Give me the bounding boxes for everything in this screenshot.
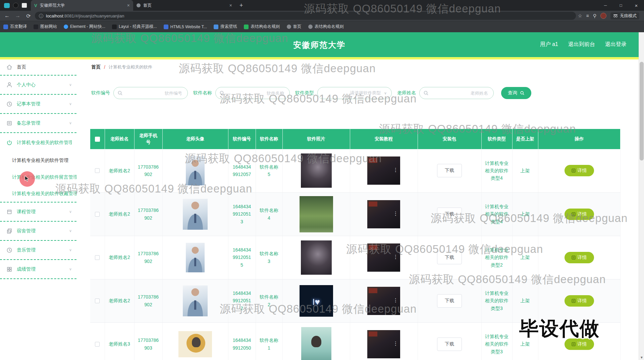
circle-app-icon[interactable] bbox=[13, 3, 18, 8]
package-cell: 下载 bbox=[418, 149, 481, 192]
main-content: 首页 / 计算机专业相关的软件 软件编号 软件名称 软件类型 请选择软件类型 ∨… bbox=[76, 59, 639, 360]
incognito-label: 无痕模式 bbox=[620, 13, 637, 19]
address-bar[interactable]: i localhost:8081/#/jisuanjizhuanyeruanji… bbox=[35, 12, 576, 20]
toolbar-right: ☆ ≡ ⚲ 无痕模式 bbox=[578, 12, 641, 19]
sidebar-item[interactable]: 首页 bbox=[0, 59, 76, 76]
sidebar-item[interactable]: 音乐管理∨ bbox=[0, 241, 76, 260]
software-type-select[interactable]: 请选择软件类型 ∨ bbox=[317, 87, 392, 99]
software-photo-cell bbox=[282, 192, 350, 236]
checkbox-cell bbox=[90, 322, 105, 360]
element-icon bbox=[64, 25, 68, 29]
bookmark-item[interactable]: Element - 网站快... bbox=[64, 24, 105, 30]
row-checkbox[interactable] bbox=[95, 212, 100, 217]
maximize-button[interactable]: □ bbox=[613, 3, 629, 8]
download-button[interactable]: 下载 bbox=[437, 208, 462, 221]
software-type-cell: 计算机专业相关的软件类型3 bbox=[481, 279, 512, 322]
select-all-checkbox[interactable] bbox=[95, 137, 100, 142]
software-code-cell: 164843499120513 bbox=[228, 192, 256, 236]
detail-button[interactable]: 详情 bbox=[565, 295, 594, 307]
folder-icon bbox=[34, 25, 38, 29]
globe-icon bbox=[287, 25, 291, 29]
forward-icon[interactable]: → bbox=[13, 13, 22, 19]
sidebar-subitem[interactable]: 计算机专业相关的软件管理 bbox=[0, 152, 76, 169]
row-checkbox[interactable] bbox=[95, 255, 100, 260]
software-photo-cell: I♥ bbox=[282, 279, 350, 322]
download-button[interactable]: 下载 bbox=[437, 338, 462, 351]
browser-tab-strip: V 安徽师范大学 × 首页 × + ─ □ × bbox=[0, 0, 644, 11]
notebook-icon bbox=[6, 101, 13, 107]
profile-avatar[interactable] bbox=[600, 13, 606, 19]
bookmark-item[interactable]: 首页 bbox=[287, 24, 302, 30]
row-checkbox[interactable] bbox=[95, 168, 100, 173]
bookmark-item[interactable]: Layui - 经典开源模... bbox=[112, 24, 157, 30]
bookmark-star-icon[interactable]: ☆ bbox=[578, 13, 582, 18]
action-cell: 详情 bbox=[538, 279, 620, 322]
minimize-button[interactable]: ─ bbox=[598, 3, 613, 8]
filter-bar: 软件编号 软件名称 软件类型 请选择软件类型 ∨ 老师姓名 查询 bbox=[91, 87, 531, 99]
scrollbar-thumb[interactable] bbox=[640, 62, 644, 161]
download-button[interactable]: 下载 bbox=[437, 294, 462, 308]
vertical-scrollbar[interactable]: ▼ bbox=[639, 32, 644, 360]
site-info-icon[interactable]: i bbox=[39, 14, 43, 18]
bookmark-item[interactable]: 搜索壁纸 bbox=[214, 24, 237, 30]
teacher-name-input[interactable] bbox=[419, 87, 494, 99]
sidebar-item[interactable]: 记事本管理∨ bbox=[0, 95, 76, 114]
sidebar-item[interactable]: 计算机专业相关的软件管理 bbox=[0, 133, 76, 152]
bookmark-item[interactable]: 百度翻译 bbox=[3, 24, 27, 30]
table-body: 老师姓名21770378690216484349912057软件名称5⋮下载计算… bbox=[90, 149, 620, 360]
browser-tab-active[interactable]: V 安徽师范大学 × bbox=[31, 0, 133, 11]
breadcrumb-home[interactable]: 首页 bbox=[91, 64, 101, 70]
scroll-down-arrow-icon[interactable]: ▼ bbox=[639, 356, 644, 359]
download-button[interactable]: 下载 bbox=[437, 164, 462, 177]
close-button[interactable]: × bbox=[629, 3, 644, 8]
download-button[interactable]: 下载 bbox=[437, 251, 462, 264]
detail-button[interactable]: 详情 bbox=[565, 252, 594, 263]
square-app-icon[interactable] bbox=[22, 3, 27, 8]
browser-tab[interactable]: 首页 × bbox=[133, 0, 235, 11]
teacher-avatar-image bbox=[178, 331, 212, 357]
tab-close-icon[interactable]: × bbox=[127, 3, 130, 8]
back-icon[interactable]: ← bbox=[3, 13, 11, 19]
logout-link[interactable]: 退出登录 bbox=[605, 41, 627, 48]
detail-button[interactable]: 详情 bbox=[565, 165, 594, 176]
detail-button[interactable]: 详情 bbox=[565, 339, 594, 350]
key-icon[interactable]: ⚲ bbox=[593, 13, 596, 18]
row-checkbox[interactable] bbox=[95, 342, 100, 347]
new-tab-button[interactable]: + bbox=[239, 2, 243, 9]
globe-favicon-icon bbox=[137, 3, 141, 7]
row-checkbox[interactable] bbox=[95, 299, 100, 303]
reload-icon[interactable]: ⟳ bbox=[24, 13, 33, 19]
sidebar-subitem[interactable]: 计算机专业相关的软件收藏管理 bbox=[0, 186, 76, 203]
teacher-avatar-cell bbox=[162, 279, 228, 322]
filter-label-name: 软件名称 bbox=[193, 90, 212, 96]
exit-to-front-link[interactable]: 退出到前台 bbox=[568, 41, 595, 48]
sidebar-item[interactable]: 备忘录管理∨ bbox=[0, 114, 76, 133]
bookmark-item[interactable]: 表结构命名规则 bbox=[244, 24, 280, 30]
sidebar-item[interactable]: 课程管理∨ bbox=[0, 203, 76, 222]
sidebar-item[interactable]: 宿舍管理∨ bbox=[0, 222, 76, 241]
sidebar-subitem[interactable]: 计算机专业相关的软件留言管理 bbox=[0, 169, 76, 186]
software-name-input[interactable] bbox=[215, 87, 290, 99]
tab-close-icon[interactable]: × bbox=[229, 3, 232, 8]
teacher-phone-cell: 17703786902 bbox=[134, 236, 162, 279]
app-icon[interactable] bbox=[4, 3, 10, 8]
bookmark-item[interactable]: HTML5 Website T... bbox=[164, 25, 207, 29]
software-code-input[interactable] bbox=[113, 87, 188, 99]
sidebar-item[interactable]: 个人中心∨ bbox=[0, 76, 76, 95]
bookmark-item[interactable]: 图标网站 bbox=[34, 24, 57, 30]
filter-label-code: 软件编号 bbox=[91, 90, 110, 96]
sidebar-item-label: 备忘录管理 bbox=[17, 120, 65, 126]
bookmark-label: 搜索壁纸 bbox=[220, 24, 237, 30]
menu-lines-icon[interactable]: ≡ bbox=[586, 13, 589, 18]
detail-button-label: 详情 bbox=[578, 341, 587, 347]
package-cell: 下载 bbox=[418, 236, 481, 279]
sidebar-item[interactable]: 成绩管理∨ bbox=[0, 260, 76, 279]
bookmark-item[interactable]: 表结构命名规则 bbox=[308, 24, 344, 30]
detail-button[interactable]: 详情 bbox=[565, 209, 594, 220]
software-table: 老师姓名老师手机号老师头像软件编号软件名称软件照片安装教程安装包软件类型是否上架… bbox=[90, 129, 621, 360]
user-label[interactable]: 用户 a1 bbox=[540, 41, 558, 48]
breadcrumb-separator: / bbox=[104, 64, 105, 70]
software-type-placeholder: 请选择软件类型 bbox=[350, 90, 381, 96]
software-name-cell: 软件名称4 bbox=[256, 192, 282, 236]
query-button[interactable]: 查询 bbox=[501, 87, 531, 99]
